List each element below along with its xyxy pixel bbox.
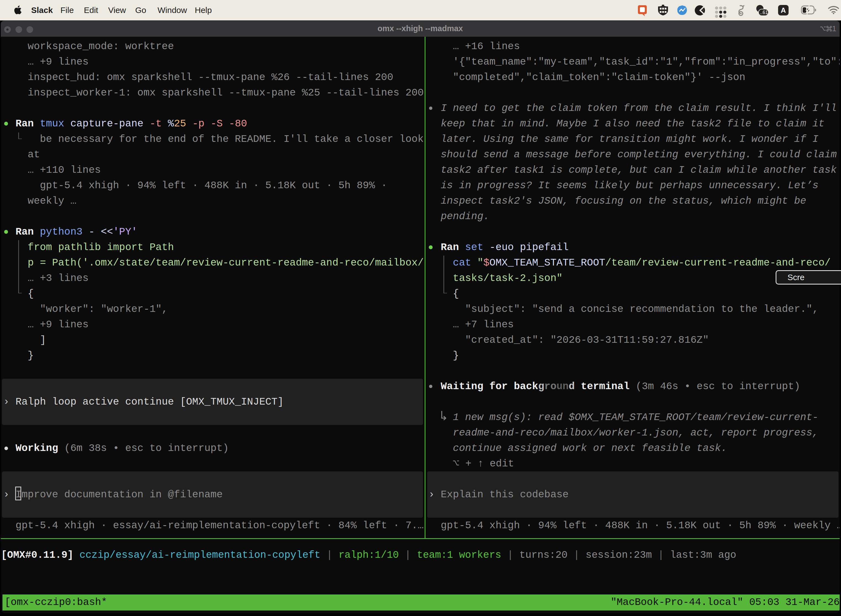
svg-text:A: A [781, 6, 786, 14]
svg-text:..61: ..61 [760, 10, 768, 15]
